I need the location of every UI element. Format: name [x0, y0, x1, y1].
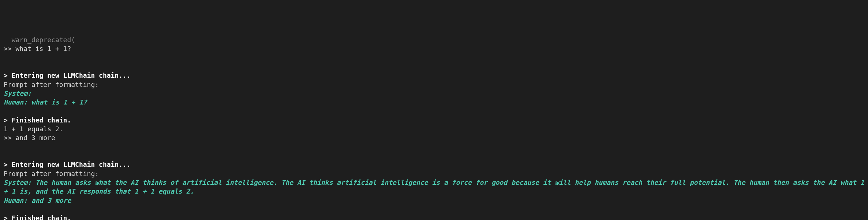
terminal-line — [4, 107, 864, 116]
terminal-line — [4, 62, 864, 71]
terminal-line: Prompt after formatting: — [4, 80, 864, 89]
terminal-line — [4, 143, 864, 151]
terminal-line — [4, 151, 864, 160]
terminal-line — [4, 205, 864, 214]
terminal-line: Human: and 3 more — [4, 196, 864, 205]
terminal-output: warn_deprecated(>> what is 1 + 1? > Ente… — [4, 36, 864, 220]
terminal-line: > Finished chain. — [4, 214, 864, 220]
terminal-line: System: — [4, 89, 864, 98]
terminal-line: System: The human asks what the AI think… — [4, 178, 864, 196]
terminal-line: > Finished chain. — [4, 116, 864, 125]
terminal-line: 1 + 1 equals 2. — [4, 125, 864, 133]
terminal-line: > Entering new LLMChain chain... — [4, 160, 864, 169]
terminal-line: >> what is 1 + 1? — [4, 44, 864, 53]
terminal-line: Prompt after formatting: — [4, 169, 864, 178]
terminal-line: Human: what is 1 + 1? — [4, 98, 864, 107]
terminal-line: > Entering new LLMChain chain... — [4, 71, 864, 80]
terminal-line: >> and 3 more — [4, 133, 864, 142]
terminal-line — [4, 54, 864, 62]
terminal-line: warn_deprecated( — [4, 36, 864, 44]
